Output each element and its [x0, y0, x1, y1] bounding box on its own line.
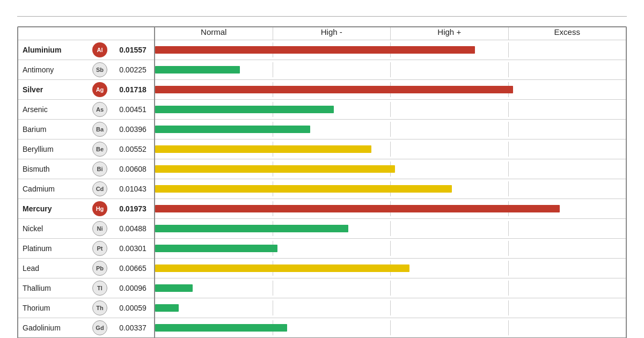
- chart-zone-3: [509, 122, 626, 137]
- chart-zone-2: [391, 221, 509, 236]
- th-result: [112, 27, 155, 40]
- chart-bar-area: [155, 82, 626, 97]
- element-badge: Hg: [92, 201, 107, 216]
- table-row: NickelNi0.00488: [18, 219, 626, 239]
- cell-result: 0.00337: [112, 318, 155, 339]
- cell-chart: [155, 120, 626, 139]
- th-chart-zones: NormalHigh -High +Excess: [155, 27, 626, 40]
- result-bar: [155, 86, 513, 93]
- chart-bar-area: [155, 42, 626, 57]
- cell-symbol: Cd: [88, 179, 112, 199]
- element-badge: As: [92, 102, 107, 117]
- result-bar: [155, 66, 240, 74]
- table-row: AluminiumAl0.01557: [18, 40, 626, 60]
- cell-name: Silver: [18, 80, 88, 100]
- cell-chart: [155, 159, 626, 179]
- cell-symbol: Tl: [88, 278, 112, 298]
- cell-chart: [155, 259, 626, 278]
- chart-zone-2: [391, 142, 509, 157]
- chart-zone-3: [509, 181, 626, 196]
- table-row: CadmiumCd0.01043: [18, 179, 626, 199]
- element-badge: Bi: [92, 161, 107, 177]
- chart-zone-3: [509, 261, 626, 276]
- result-bar: [155, 284, 193, 292]
- cell-chart: [155, 139, 626, 159]
- table-row: PlatinumPt0.00301: [18, 239, 626, 259]
- chart-bar-area: [155, 261, 626, 276]
- chart-zone-1: [273, 241, 391, 256]
- table-header: NormalHigh -High +Excess: [18, 27, 626, 40]
- chart-zone-2: [391, 241, 509, 256]
- chart-zone-1: [273, 281, 391, 296]
- header-zones-wrapper: NormalHigh -High +Excess: [155, 27, 626, 40]
- chart-zone-3: [509, 300, 626, 315]
- chart-zone-3: [509, 320, 626, 335]
- chart-zone-2: [391, 300, 509, 315]
- cell-chart: [155, 219, 626, 239]
- chart-bar-area: [155, 161, 626, 177]
- chart-bar-area: [155, 281, 626, 296]
- chart-zone-3: [509, 102, 626, 117]
- cell-name: Thorium: [18, 298, 88, 318]
- cell-name: Barium: [18, 120, 88, 139]
- result-bar: [155, 205, 560, 212]
- chart-bar-area: [155, 181, 626, 196]
- result-bar: [155, 46, 475, 54]
- result-bar: [155, 245, 277, 252]
- result-bar: [155, 165, 395, 173]
- chart-zone-2: [391, 62, 509, 77]
- element-badge: Sb: [92, 62, 107, 77]
- result-bar: [155, 145, 371, 153]
- chart-zone-3: [509, 241, 626, 256]
- cell-name: Thallium: [18, 278, 88, 298]
- cell-chart: [155, 80, 626, 100]
- cell-symbol: Ba: [88, 120, 112, 139]
- element-badge: Be: [92, 142, 107, 157]
- cell-symbol: Ag: [88, 80, 112, 100]
- table-row: ThalliumTl0.00096: [18, 278, 626, 298]
- table-row: LeadPb0.00665: [18, 259, 626, 278]
- cell-result: 0.01973: [112, 199, 155, 219]
- chart-bar-area: [155, 122, 626, 137]
- cell-symbol: Th: [88, 298, 112, 318]
- cell-name: Lead: [18, 259, 88, 278]
- title-divider: [17, 16, 627, 17]
- chart-zone-1: [273, 320, 391, 335]
- cell-symbol: Hg: [88, 199, 112, 219]
- table-body: AluminiumAl0.01557AntimonySb0.00225Silve…: [18, 40, 626, 339]
- cell-result: 0.00225: [112, 60, 155, 80]
- cell-chart: [155, 179, 626, 199]
- chart-bar-area: [155, 62, 626, 77]
- report-table: NormalHigh -High +Excess AluminiumAl0.01…: [18, 27, 626, 338]
- cell-name: Bismuth: [18, 159, 88, 179]
- cell-name: Cadmium: [18, 179, 88, 199]
- table-row: BerylliumBe0.00552: [18, 139, 626, 159]
- cell-result: 0.00301: [112, 239, 155, 259]
- element-badge: Tl: [92, 281, 107, 296]
- chart-bar-area: [155, 142, 626, 157]
- cell-name: Platinum: [18, 239, 88, 259]
- table-row: ThoriumTh0.00059: [18, 298, 626, 318]
- cell-chart: [155, 298, 626, 318]
- chart-zone-2: [391, 122, 509, 137]
- report-table-wrapper: NormalHigh -High +Excess AluminiumAl0.01…: [17, 26, 627, 338]
- chart-bar-area: [155, 320, 626, 335]
- chart-zone-3: [509, 281, 626, 296]
- table-row: BismuthBi0.00608: [18, 159, 626, 179]
- chart-zone-2: [391, 161, 509, 177]
- cell-chart: [155, 318, 626, 339]
- cell-name: Nickel: [18, 219, 88, 239]
- result-bar: [155, 264, 409, 272]
- cell-symbol: Gd: [88, 318, 112, 339]
- header-row: NormalHigh -High +Excess: [18, 27, 626, 40]
- cell-name: Mercury: [18, 199, 88, 219]
- cell-result: 0.00488: [112, 219, 155, 239]
- cell-symbol: Pb: [88, 259, 112, 278]
- header-zone-excess: Excess: [509, 27, 626, 40]
- element-badge: Al: [92, 42, 107, 57]
- header-zone-high+: High +: [391, 27, 509, 40]
- table-row: BariumBa0.00396: [18, 120, 626, 139]
- cell-chart: [155, 239, 626, 259]
- table-row: SilverAg0.01718: [18, 80, 626, 100]
- element-badge: Ni: [92, 221, 107, 236]
